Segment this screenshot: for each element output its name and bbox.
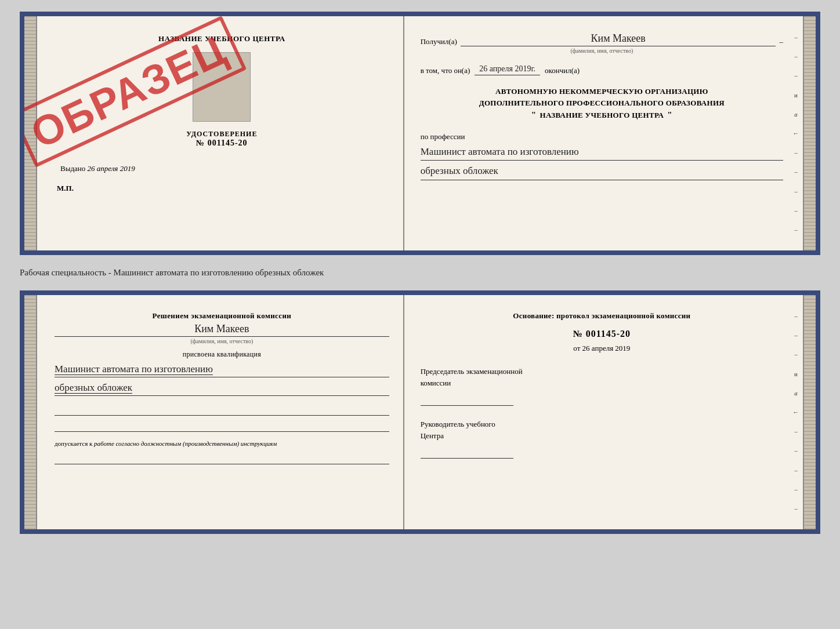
vydano-date: 26 апреля 2019	[88, 164, 135, 173]
top-left-content: НАЗВАНИЕ УЧЕБНОГО ЦЕНТРА УДОСТОВЕРЕНИЕ №…	[55, 28, 389, 239]
separator-text: Рабочая специальность - Машинист автомат…	[20, 268, 324, 278]
dopuskaetsya-block: допускается к работе согласно должностны…	[55, 440, 389, 447]
protocol-num: № 001145-20	[421, 329, 783, 339]
dopuskaetsya-text: работе согласно должностным (производств…	[94, 440, 277, 447]
quote-open: "	[531, 108, 537, 122]
org-name: НАЗВАНИЕ УЧЕБНОГО ЦЕНТРА	[540, 110, 664, 121]
rukovoditel-sign-line	[421, 446, 513, 459]
resheniem-block: Решением экзаменационной комиссии	[55, 311, 389, 321]
okonchil-label: окончил(а)	[545, 66, 580, 75]
profession-line2: обрезных обложек	[421, 164, 783, 180]
qual-line2: обрезных обложек	[55, 382, 389, 396]
org-line1: АВТОНОМНУЮ НЕКОММЕРЧЕСКУЮ ОРГАНИЗАЦИЮ	[421, 86, 783, 97]
rukovoditel-block: Руководитель учебного Центра	[421, 419, 783, 459]
vydano-prefix: Выдано	[60, 164, 85, 173]
training-center-title-left: НАЗВАНИЕ УЧЕБНОГО ЦЕНТРА	[158, 34, 285, 44]
vtom-label: в том, что он(а)	[421, 66, 470, 75]
org-line2: ДОПОЛНИТЕЛЬНОГО ПРОФЕССИОНАЛЬНОГО ОБРАЗО…	[421, 97, 783, 109]
poluchil-line: Получил(а) Ким Макеев –	[421, 32, 783, 46]
right-edge-marks: – – – и а ← – – – – –	[791, 34, 801, 233]
qual-line1: Машинист автомата по изготовлению	[55, 363, 389, 377]
blank-lines	[55, 403, 389, 432]
top-right-content: Получил(а) Ким Макеев – (фамилия, имя, о…	[421, 32, 783, 180]
fio-hint-top: (фамилия, имя, отчество)	[421, 48, 783, 54]
protocol-date-value: 26 апреля 2019	[582, 344, 631, 352]
org-block: АВТОНОМНУЮ НЕКОММЕРЧЕСКУЮ ОРГАНИЗАЦИЮ ДО…	[421, 86, 783, 122]
protocol-date-prefix: от	[573, 344, 580, 352]
blank-line-1	[55, 403, 389, 416]
org-name-line: " НАЗВАНИЕ УЧЕБНОГО ЦЕНТРА "	[421, 108, 783, 122]
fio-hint-bottom: (фамилия, имя, отчество)	[55, 338, 389, 344]
predsedatel-block: Председатель экзаменационной комиссии	[421, 366, 783, 406]
right-edge-marks-bottom: – – – и а ← – – – – –	[791, 312, 801, 512]
fio-bottom: Ким Макеев	[55, 323, 389, 337]
resheniem-text: Решением экзаменационной комиссии	[152, 311, 291, 320]
predsedatel-line2: комиссии	[421, 377, 783, 389]
bottom-left-content: Решением экзаменационной комиссии Ким Ма…	[55, 311, 389, 464]
photo-area	[193, 52, 251, 122]
predsedatel-line1: Председатель экзаменационной	[421, 366, 783, 377]
udostoverenie-block: УДОСТОВЕРЕНИЕ № 001145-20	[186, 130, 257, 148]
bottom-right-panel: Основание: протокол экзаменационной коми…	[404, 295, 816, 529]
dopuskaetsya-prefix: допускается к	[55, 440, 92, 447]
prisvoena-label: присвоена квалификация	[55, 350, 389, 359]
bottom-document: Решением экзаменационной комиссии Ким Ма…	[20, 290, 820, 534]
top-document: НАЗВАНИЕ УЧЕБНОГО ЦЕНТРА УДОСТОВЕРЕНИЕ №…	[20, 12, 820, 255]
osnovanie-block: Основание: протокол экзаменационной коми…	[421, 311, 783, 321]
vydano-line: Выдано 26 апреля 2019	[60, 164, 135, 173]
cert-date: 26 апреля 2019г.	[475, 64, 540, 75]
predsedatel-sign-line	[421, 393, 513, 406]
quote-close: "	[667, 108, 672, 122]
vtom-line: в том, что он(а) 26 апреля 2019г. окончи…	[421, 64, 783, 75]
top-right-panel: Получил(а) Ким Макеев – (фамилия, имя, о…	[404, 16, 816, 250]
spine-right-top	[803, 16, 816, 250]
udostoverenie-label: УДОСТОВЕРЕНИЕ	[186, 130, 257, 139]
blank-line-3	[55, 452, 389, 464]
po-professii-label: по профессии	[421, 132, 783, 141]
bottom-right-content: Основание: протокол экзаменационной коми…	[421, 311, 783, 459]
rukovoditel-line2: Центра	[421, 430, 783, 442]
blank-line-2	[55, 419, 389, 432]
mp-label: М.П.	[57, 184, 74, 193]
top-left-panel: НАЗВАНИЕ УЧЕБНОГО ЦЕНТРА УДОСТОВЕРЕНИЕ №…	[24, 16, 404, 250]
poluchil-label: Получил(а)	[421, 37, 457, 46]
rukovoditel-line1: Руководитель учебного	[421, 419, 783, 430]
profession-line1: Машинист автомата по изготовлению	[421, 145, 783, 161]
spine-right-bottom	[803, 295, 816, 529]
protocol-date: от 26 апреля 2019	[421, 344, 783, 353]
bottom-left-panel: Решением экзаменационной комиссии Ким Ма…	[24, 295, 404, 529]
recipient-name: Ким Макеев	[461, 32, 776, 46]
udostoverenie-number: № 001145-20	[186, 139, 257, 148]
dash-right: –	[779, 37, 783, 46]
